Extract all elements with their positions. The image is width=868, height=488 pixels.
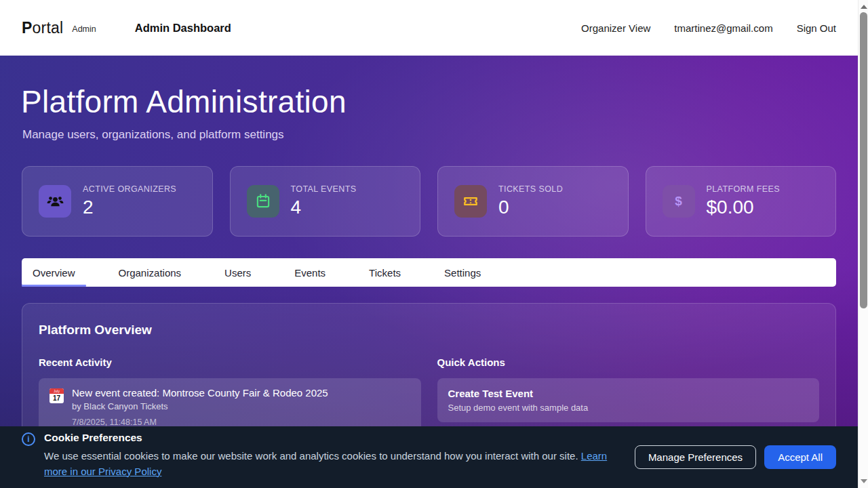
stat-label: ACTIVE ORGANIZERS bbox=[83, 184, 176, 194]
calendar-date-icon: July 17 bbox=[50, 388, 64, 403]
quick-actions-heading: Quick Actions bbox=[437, 357, 820, 368]
admin-dashboard-page: Portal Admin Admin Dashboard Organizer V… bbox=[0, 0, 858, 488]
manage-preferences-button[interactable]: Manage Preferences bbox=[635, 445, 756, 469]
fees-icon-tile: $ bbox=[663, 185, 695, 218]
calendar-month: July bbox=[50, 388, 64, 394]
scrollbar-thumb[interactable] bbox=[860, 12, 867, 308]
user-email: tmartinez@gmail.com bbox=[674, 22, 772, 34]
activity-title: New event created: Montrose County Fair … bbox=[72, 387, 328, 399]
portal-logo[interactable]: Portal bbox=[22, 19, 63, 37]
accept-all-button[interactable]: Accept All bbox=[764, 445, 836, 469]
scroll-down-icon[interactable] bbox=[861, 479, 867, 483]
stat-card-platform-fees: $ PLATFORM FEES $0.00 bbox=[646, 166, 837, 237]
organizer-view-link[interactable]: Organizer View bbox=[581, 22, 650, 34]
tab-settings[interactable]: Settings bbox=[433, 258, 492, 287]
tickets-icon-tile bbox=[454, 185, 487, 218]
stat-value: 0 bbox=[498, 197, 563, 218]
info-icon: i bbox=[22, 432, 35, 446]
cookie-banner: i Cookie Preferences We use essential co… bbox=[0, 426, 858, 488]
calendar-day: 17 bbox=[50, 394, 64, 403]
admin-badge: Admin bbox=[72, 24, 96, 34]
hero-subtitle: Manage users, organizations, and platfor… bbox=[22, 128, 284, 142]
tab-events[interactable]: Events bbox=[283, 258, 336, 287]
recent-activity-column: Recent Activity July 17 New event create… bbox=[39, 357, 421, 436]
stat-text: ACTIVE ORGANIZERS 2 bbox=[83, 184, 176, 218]
tab-organizations[interactable]: Organizations bbox=[108, 258, 193, 287]
stat-card-total-events: TOTAL EVENTS 4 bbox=[230, 166, 421, 237]
activity-timestamp: 7/8/2025, 11:48:15 AM bbox=[72, 418, 328, 427]
page-title: Admin Dashboard bbox=[135, 22, 231, 35]
stat-value: 2 bbox=[83, 197, 176, 218]
create-test-event-action[interactable]: Create Test Event Setup demo event with … bbox=[437, 378, 820, 422]
stat-card-active-organizers: ACTIVE ORGANIZERS 2 bbox=[22, 166, 213, 237]
quick-actions-column: Quick Actions Create Test Event Setup de… bbox=[437, 357, 820, 436]
cookie-body-text: We use essential cookies to make our web… bbox=[44, 450, 581, 462]
dollar-icon: $ bbox=[675, 194, 682, 209]
stats-row: ACTIVE ORGANIZERS 2 TOTAL EVENTS 4 bbox=[22, 166, 836, 237]
panel-columns: Recent Activity July 17 New event create… bbox=[39, 357, 819, 436]
stat-text: TOTAL EVENTS 4 bbox=[291, 184, 357, 218]
panel-title: Platform Overview bbox=[39, 323, 819, 338]
tab-overview[interactable]: Overview bbox=[22, 258, 86, 287]
recent-activity-heading: Recent Activity bbox=[39, 357, 421, 368]
quick-action-subtitle: Setup demo event with sample data bbox=[448, 403, 809, 413]
events-icon-tile bbox=[247, 185, 279, 218]
tab-tickets[interactable]: Tickets bbox=[358, 258, 412, 287]
top-header: Portal Admin Admin Dashboard Organizer V… bbox=[0, 0, 858, 56]
ticket-icon bbox=[462, 192, 479, 210]
stat-card-tickets-sold: TICKETS SOLD 0 bbox=[437, 166, 629, 237]
sign-out-button[interactable]: Sign Out bbox=[797, 22, 836, 34]
activity-organizer: by Black Canyon Tickets bbox=[72, 401, 328, 411]
header-nav: Organizer View tmartinez@gmail.com Sign … bbox=[581, 22, 836, 34]
vertical-scrollbar[interactable] bbox=[858, 0, 868, 488]
stat-label: TICKETS SOLD bbox=[498, 184, 563, 194]
activity-text: New event created: Montrose County Fair … bbox=[72, 387, 328, 427]
stat-text: PLATFORM FEES $0.00 bbox=[707, 184, 780, 218]
calendar-icon bbox=[254, 192, 272, 210]
organizers-icon-tile bbox=[39, 185, 71, 218]
cookie-text: Cookie Preferences We use essential cook… bbox=[44, 432, 621, 488]
stat-value: 4 bbox=[291, 197, 357, 218]
scroll-up-icon[interactable] bbox=[861, 5, 867, 9]
admin-tabs: Overview Organizations Users Events Tick… bbox=[22, 258, 836, 287]
logo-rest: ortal bbox=[33, 19, 64, 37]
stat-label: TOTAL EVENTS bbox=[291, 184, 357, 194]
stat-value: $0.00 bbox=[707, 197, 780, 218]
quick-action-title: Create Test Event bbox=[448, 388, 809, 399]
cookie-title: Cookie Preferences bbox=[44, 432, 621, 444]
cookie-buttons: Manage Preferences Accept All bbox=[635, 445, 836, 469]
hero-title: Platform Administration bbox=[21, 83, 347, 120]
cookie-body: We use essential cookies to make our web… bbox=[44, 449, 621, 479]
logo-initial: P bbox=[22, 19, 33, 37]
stat-label: PLATFORM FEES bbox=[707, 184, 780, 194]
people-icon bbox=[46, 192, 64, 211]
stat-text: TICKETS SOLD 0 bbox=[498, 184, 563, 218]
tab-users[interactable]: Users bbox=[214, 258, 262, 287]
